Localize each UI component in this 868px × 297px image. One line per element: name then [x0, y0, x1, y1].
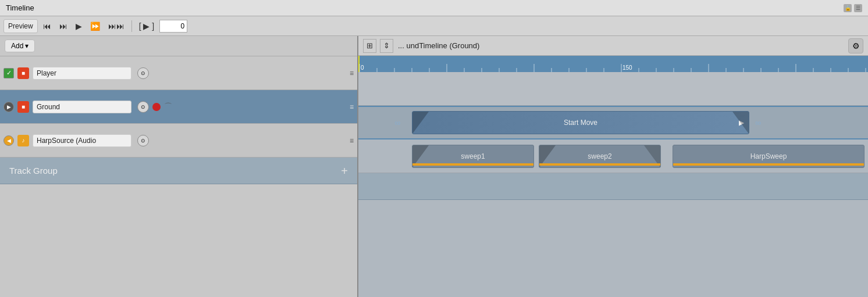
infinity-right-icon: ∞: [755, 118, 761, 127]
sweep1-bottom-bar: [412, 163, 533, 166]
ground-controls: ⊙ ⌒: [137, 101, 172, 113]
right-panel: ⊞ ⇕ ... undTimeline (Ground) ⚙ 0 150 300: [358, 36, 868, 297]
tracks-area: ✓ ■ Player ⊙ ≡ ▶ ■ Ground: [0, 56, 357, 297]
left-panel: Add ▾ ✓ ■ Player ⊙ ≡: [0, 36, 358, 297]
sweep2-clip[interactable]: sweep2: [539, 145, 661, 168]
audio-settings-btn[interactable]: ⊙: [137, 135, 149, 146]
timeline-title: ... undTimeline (Ground): [398, 41, 844, 50]
ground-menu-icon[interactable]: ≡: [350, 103, 354, 111]
track-row: ✓ ■ Player ⊙ ≡: [0, 56, 357, 90]
ground-play-btn[interactable]: ▶: [3, 102, 14, 112]
timeline-controls: ⊞ ⇕: [363, 39, 393, 53]
skip-end-button[interactable]: ⏭⏭: [105, 19, 127, 33]
skip-start-button[interactable]: ⏮: [40, 19, 54, 33]
player-name[interactable]: Player: [33, 67, 131, 80]
player-timeline-row: [358, 72, 868, 106]
ground-timeline-row: ∞ Start Move ▶ ∞: [358, 106, 868, 139]
track-group-add-btn[interactable]: +: [341, 165, 348, 177]
ground-track-row: ▶ ■ Ground ⊙ ⌒ ≡: [0, 90, 357, 124]
play-selection-button[interactable]: [ ▶ ]: [136, 19, 158, 33]
audio-btn[interactable]: ◀: [3, 135, 14, 146]
next-frame-button[interactable]: ⏩: [87, 19, 103, 33]
clip-right-triangle: [732, 112, 749, 134]
toolbar-divider: [131, 20, 132, 32]
harpsweep-bottom-bar: [673, 163, 864, 166]
clip-left-triangle: [412, 112, 429, 134]
timecode-input[interactable]: [159, 20, 187, 33]
ground-name[interactable]: Ground: [33, 101, 131, 113]
content-area: Add ▾ ✓ ■ Player ⊙ ≡: [0, 36, 868, 297]
timeline-layout-btn[interactable]: ⊞: [363, 39, 376, 53]
curve-icon: ⌒: [164, 102, 172, 112]
record-dot: [152, 103, 161, 111]
title-bar: Timeline 🔒 ☰: [0, 0, 868, 16]
audio-icon: ♪: [17, 135, 29, 146]
sweep1-clip[interactable]: sweep1: [412, 145, 534, 168]
player-icon: ■: [17, 67, 29, 79]
ground-settings-btn[interactable]: ⊙: [137, 101, 149, 113]
timeline-tracks: ∞ Start Move ▶ ∞ swee: [358, 72, 868, 297]
add-button[interactable]: Add ▾: [5, 40, 35, 52]
sweep2-bottom-bar: [539, 163, 660, 166]
infinity-left-icon: ∞: [394, 118, 400, 127]
player-controls: ⊙: [137, 67, 149, 79]
timeline-header-bar: ⊞ ⇕ ... undTimeline (Ground) ⚙: [358, 36, 868, 56]
player-checkbox[interactable]: ✓: [3, 68, 14, 78]
menu-icon: ☰: [854, 4, 862, 12]
ruler-ticks: [358, 56, 868, 72]
toolbar: Preview ⏮ ⏭ ▶ ⏩ ⏭⏭ [ ▶ ]: [0, 16, 868, 36]
player-menu-icon[interactable]: ≡: [350, 69, 354, 77]
audio-controls: ⊙: [137, 135, 149, 146]
ruler[interactable]: 0 150 300: [358, 56, 868, 72]
audio-track-row: ◀ ♪ HarpSource (Audio ⊙ ≡: [0, 124, 357, 158]
timeline-split-btn[interactable]: ⇕: [380, 39, 393, 53]
ground-icon: ■: [17, 101, 29, 113]
audio-name[interactable]: HarpSource (Audio: [33, 134, 131, 147]
player-settings-btn[interactable]: ⊙: [137, 67, 149, 79]
prev-frame-button[interactable]: ⏭: [56, 19, 70, 33]
start-move-clip[interactable]: Start Move ▶: [412, 111, 749, 134]
audio-timeline-row: sweep1 sweep2 HarpSweep: [358, 139, 868, 173]
title-bar-icons: 🔒 ☰: [844, 4, 862, 12]
play-button[interactable]: ▶: [73, 19, 85, 33]
harpsweep-clip[interactable]: HarpSweep: [673, 145, 865, 168]
audio-menu-icon[interactable]: ≡: [350, 137, 354, 145]
main-container: Preview ⏮ ⏭ ▶ ⏩ ⏭⏭ [ ▶ ] Add ▾ ✓: [0, 16, 868, 297]
track-group-row: Track Group +: [0, 158, 357, 184]
preview-button[interactable]: Preview: [3, 19, 38, 33]
timeline-track-group: [358, 173, 868, 200]
add-button-row: Add ▾: [0, 36, 357, 56]
track-group-label: Track Group: [9, 166, 58, 176]
gear-button[interactable]: ⚙: [848, 38, 863, 53]
lock-icon: 🔒: [844, 4, 852, 12]
title-bar-text: Timeline: [6, 3, 34, 12]
